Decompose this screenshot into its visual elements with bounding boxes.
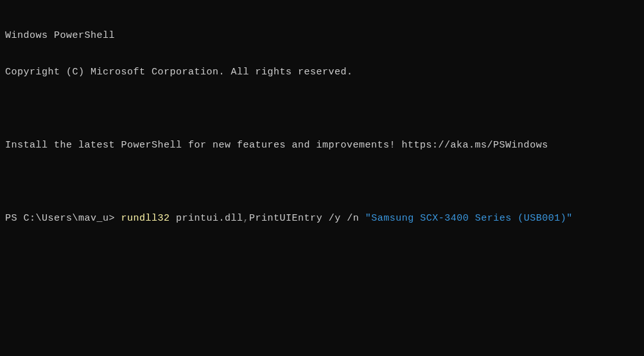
space <box>115 213 121 224</box>
prompt-prefix: PS C:\Users\mav_u> <box>5 213 115 224</box>
banner-line-2: Copyright (C) Microsoft Corporation. All… <box>5 66 639 78</box>
command-arg-dll: printui.dll <box>170 213 243 224</box>
command-comma: , <box>243 213 250 224</box>
banner-line-1: Windows PowerShell <box>5 30 639 42</box>
command-entry-args: PrintUIEntry /y /n <box>249 213 365 224</box>
blank-line <box>5 176 639 188</box>
blank-line <box>5 103 639 115</box>
install-hint-line: Install the latest PowerShell for new fe… <box>5 139 639 151</box>
terminal-area[interactable]: Windows PowerShell Copyright (C) Microso… <box>5 5 639 237</box>
prompt-line[interactable]: PS C:\Users\mav_u> rundll32 printui.dll,… <box>5 212 639 225</box>
command-printer-string: "Samsung SCX-3400 Series (USB001)" <box>365 213 573 224</box>
command-executable: rundll32 <box>121 213 170 224</box>
